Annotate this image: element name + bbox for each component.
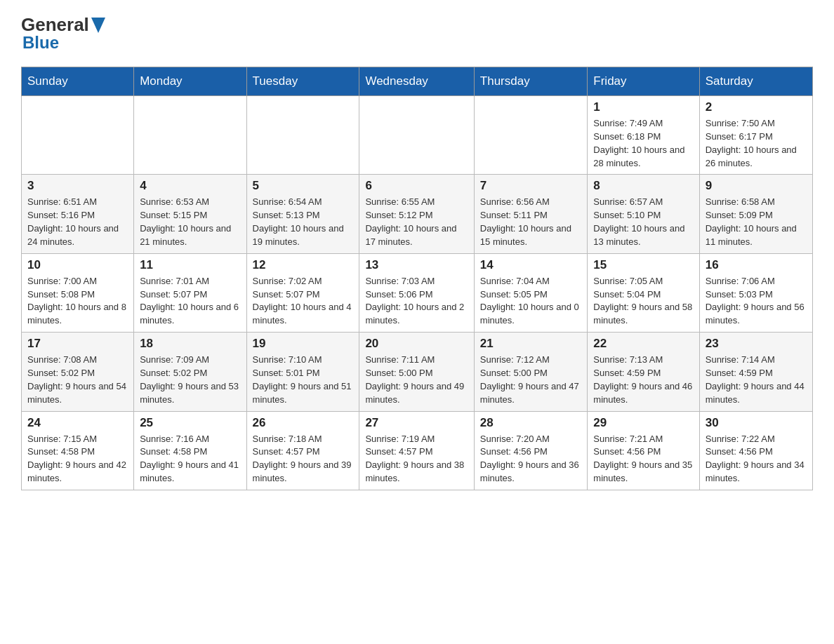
day-info: Sunrise: 7:22 AMSunset: 4:56 PMDaylight:… xyxy=(706,433,807,485)
calendar-day-cell: 7Sunrise: 6:56 AMSunset: 5:11 PMDaylight… xyxy=(474,175,588,253)
day-info: Sunrise: 7:04 AMSunset: 5:05 PMDaylight:… xyxy=(480,275,582,328)
day-number: 23 xyxy=(706,337,807,351)
calendar-day-cell: 6Sunrise: 6:55 AMSunset: 5:12 PMDaylight… xyxy=(359,175,474,253)
day-number: 14 xyxy=(480,258,582,272)
calendar-day-cell: 1Sunrise: 7:49 AMSunset: 6:18 PMDaylight… xyxy=(588,96,699,175)
day-number: 27 xyxy=(365,416,468,430)
day-number: 10 xyxy=(27,258,128,272)
calendar-day-cell: 28Sunrise: 7:20 AMSunset: 4:56 PMDayligh… xyxy=(474,411,588,490)
logo-blue-text: Blue xyxy=(22,33,59,52)
day-number: 21 xyxy=(480,337,582,351)
logo-blue-line: Blue xyxy=(22,33,59,53)
day-number: 4 xyxy=(140,179,240,193)
day-number: 19 xyxy=(253,337,354,351)
calendar-header-friday: Friday xyxy=(588,67,699,96)
day-info: Sunrise: 7:21 AMSunset: 4:56 PMDaylight:… xyxy=(593,433,693,485)
calendar-header-thursday: Thursday xyxy=(474,67,588,96)
calendar-day-cell: 25Sunrise: 7:16 AMSunset: 4:58 PMDayligh… xyxy=(134,411,246,490)
day-number: 26 xyxy=(253,416,354,430)
day-info: Sunrise: 7:20 AMSunset: 4:56 PMDaylight:… xyxy=(480,433,582,485)
day-number: 16 xyxy=(706,258,807,272)
calendar-table: SundayMondayTuesdayWednesdayThursdayFrid… xyxy=(21,67,813,490)
day-number: 9 xyxy=(706,179,807,193)
calendar-day-cell: 27Sunrise: 7:19 AMSunset: 4:57 PMDayligh… xyxy=(359,411,474,490)
day-info: Sunrise: 7:05 AMSunset: 5:04 PMDaylight:… xyxy=(593,275,693,328)
day-info: Sunrise: 7:13 AMSunset: 4:59 PMDaylight:… xyxy=(593,354,693,406)
day-number: 12 xyxy=(253,258,354,272)
calendar-day-cell: 16Sunrise: 7:06 AMSunset: 5:03 PMDayligh… xyxy=(699,253,812,332)
day-info: Sunrise: 7:01 AMSunset: 5:07 PMDaylight:… xyxy=(140,275,240,328)
day-info: Sunrise: 7:19 AMSunset: 4:57 PMDaylight:… xyxy=(365,433,468,485)
svg-marker-0 xyxy=(91,18,105,33)
day-info: Sunrise: 7:14 AMSunset: 4:59 PMDaylight:… xyxy=(706,354,807,406)
day-info: Sunrise: 7:10 AMSunset: 5:01 PMDaylight:… xyxy=(253,354,354,406)
day-info: Sunrise: 6:55 AMSunset: 5:12 PMDaylight:… xyxy=(365,196,468,248)
calendar-day-cell: 20Sunrise: 7:11 AMSunset: 5:00 PMDayligh… xyxy=(359,333,474,411)
calendar-day-cell: 17Sunrise: 7:08 AMSunset: 5:02 PMDayligh… xyxy=(22,333,134,411)
day-number: 15 xyxy=(593,258,693,272)
calendar-day-cell: 29Sunrise: 7:21 AMSunset: 4:56 PMDayligh… xyxy=(588,411,699,490)
day-info: Sunrise: 7:12 AMSunset: 5:00 PMDaylight:… xyxy=(480,354,582,406)
day-number: 6 xyxy=(365,179,468,193)
day-info: Sunrise: 7:15 AMSunset: 4:58 PMDaylight:… xyxy=(27,433,128,485)
calendar-day-cell xyxy=(22,96,134,175)
calendar-day-cell xyxy=(134,96,246,175)
day-number: 2 xyxy=(706,100,807,114)
calendar-day-cell: 26Sunrise: 7:18 AMSunset: 4:57 PMDayligh… xyxy=(246,411,359,490)
day-info: Sunrise: 7:11 AMSunset: 5:00 PMDaylight:… xyxy=(365,354,468,406)
calendar-day-cell: 3Sunrise: 6:51 AMSunset: 5:16 PMDaylight… xyxy=(22,175,134,253)
calendar-day-cell: 11Sunrise: 7:01 AMSunset: 5:07 PMDayligh… xyxy=(134,253,246,332)
day-number: 22 xyxy=(593,337,693,351)
day-number: 24 xyxy=(27,416,128,430)
day-info: Sunrise: 7:09 AMSunset: 5:02 PMDaylight:… xyxy=(140,354,240,406)
calendar-header-row: SundayMondayTuesdayWednesdayThursdayFrid… xyxy=(22,67,813,96)
calendar-day-cell: 5Sunrise: 6:54 AMSunset: 5:13 PMDaylight… xyxy=(246,175,359,253)
calendar-day-cell: 13Sunrise: 7:03 AMSunset: 5:06 PMDayligh… xyxy=(359,253,474,332)
calendar-day-cell: 18Sunrise: 7:09 AMSunset: 5:02 PMDayligh… xyxy=(134,333,246,411)
calendar-day-cell: 24Sunrise: 7:15 AMSunset: 4:58 PMDayligh… xyxy=(22,411,134,490)
day-info: Sunrise: 7:03 AMSunset: 5:06 PMDaylight:… xyxy=(365,275,468,328)
day-number: 17 xyxy=(27,337,128,351)
calendar-day-cell: 9Sunrise: 6:58 AMSunset: 5:09 PMDaylight… xyxy=(699,175,812,253)
day-number: 28 xyxy=(480,416,582,430)
calendar-day-cell xyxy=(474,96,588,175)
day-info: Sunrise: 7:49 AMSunset: 6:18 PMDaylight:… xyxy=(593,117,693,170)
calendar-day-cell: 23Sunrise: 7:14 AMSunset: 4:59 PMDayligh… xyxy=(699,333,812,411)
day-info: Sunrise: 7:08 AMSunset: 5:02 PMDaylight:… xyxy=(27,354,128,406)
day-info: Sunrise: 6:54 AMSunset: 5:13 PMDaylight:… xyxy=(253,196,354,248)
calendar-day-cell: 19Sunrise: 7:10 AMSunset: 5:01 PMDayligh… xyxy=(246,333,359,411)
day-number: 13 xyxy=(365,258,468,272)
day-info: Sunrise: 7:16 AMSunset: 4:58 PMDaylight:… xyxy=(140,433,240,485)
day-number: 8 xyxy=(593,179,693,193)
day-info: Sunrise: 7:50 AMSunset: 6:17 PMDaylight:… xyxy=(706,117,807,170)
day-info: Sunrise: 7:06 AMSunset: 5:03 PMDaylight:… xyxy=(706,275,807,328)
page-header: General Blue xyxy=(21,14,813,53)
day-info: Sunrise: 6:57 AMSunset: 5:10 PMDaylight:… xyxy=(593,196,693,248)
calendar-header-tuesday: Tuesday xyxy=(246,67,359,96)
logo-area: General Blue xyxy=(21,14,105,53)
calendar-week-row: 3Sunrise: 6:51 AMSunset: 5:16 PMDaylight… xyxy=(22,175,813,253)
day-number: 1 xyxy=(593,100,693,114)
calendar-day-cell: 2Sunrise: 7:50 AMSunset: 6:17 PMDaylight… xyxy=(699,96,812,175)
day-info: Sunrise: 7:02 AMSunset: 5:07 PMDaylight:… xyxy=(253,275,354,328)
logo-arrow-icon xyxy=(91,18,105,33)
calendar-day-cell: 14Sunrise: 7:04 AMSunset: 5:05 PMDayligh… xyxy=(474,253,588,332)
calendar-day-cell: 8Sunrise: 6:57 AMSunset: 5:10 PMDaylight… xyxy=(588,175,699,253)
day-info: Sunrise: 7:00 AMSunset: 5:08 PMDaylight:… xyxy=(27,275,128,328)
calendar-header-sunday: Sunday xyxy=(22,67,134,96)
calendar-week-row: 24Sunrise: 7:15 AMSunset: 4:58 PMDayligh… xyxy=(22,411,813,490)
calendar-header-monday: Monday xyxy=(134,67,246,96)
calendar-day-cell: 4Sunrise: 6:53 AMSunset: 5:15 PMDaylight… xyxy=(134,175,246,253)
calendar-week-row: 17Sunrise: 7:08 AMSunset: 5:02 PMDayligh… xyxy=(22,333,813,411)
day-number: 7 xyxy=(480,179,582,193)
day-info: Sunrise: 6:51 AMSunset: 5:16 PMDaylight:… xyxy=(27,196,128,248)
calendar-day-cell: 15Sunrise: 7:05 AMSunset: 5:04 PMDayligh… xyxy=(588,253,699,332)
day-info: Sunrise: 7:18 AMSunset: 4:57 PMDaylight:… xyxy=(253,433,354,485)
day-info: Sunrise: 6:58 AMSunset: 5:09 PMDaylight:… xyxy=(706,196,807,248)
calendar-day-cell: 21Sunrise: 7:12 AMSunset: 5:00 PMDayligh… xyxy=(474,333,588,411)
day-number: 25 xyxy=(140,416,240,430)
day-info: Sunrise: 6:53 AMSunset: 5:15 PMDaylight:… xyxy=(140,196,240,248)
day-number: 20 xyxy=(365,337,468,351)
day-number: 5 xyxy=(253,179,354,193)
calendar-week-row: 1Sunrise: 7:49 AMSunset: 6:18 PMDaylight… xyxy=(22,96,813,175)
